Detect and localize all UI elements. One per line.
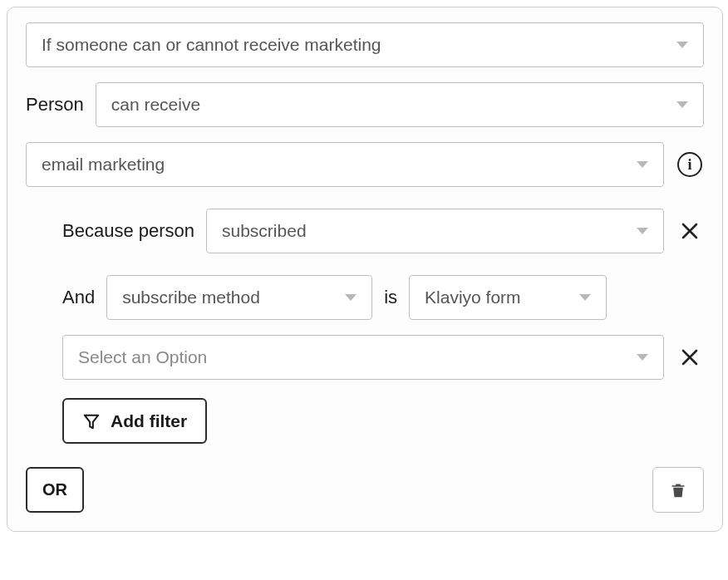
chevron-down-icon [676, 101, 688, 108]
is-label: is [384, 287, 397, 308]
chevron-down-icon [676, 42, 688, 48]
condition-row-because: Because person subscribed [26, 209, 704, 253]
close-icon [680, 221, 700, 241]
channel-select[interactable]: email marketing [26, 142, 664, 187]
add-filter-label: Add filter [111, 411, 187, 431]
chevron-down-icon [345, 294, 357, 301]
remove-because-button[interactable] [676, 217, 704, 245]
reason-select[interactable]: subscribed [206, 209, 664, 253]
condition-row-option: Select an Option [26, 335, 704, 380]
person-label: Person [26, 94, 84, 116]
and-label: And [62, 287, 95, 308]
footer-row: OR [26, 467, 704, 513]
condition-row-person: Person can receive [26, 82, 704, 127]
can-receive-select[interactable]: can receive [96, 82, 704, 127]
value-select[interactable]: Klaviyo form [409, 275, 607, 320]
add-filter-row: Add filter [26, 398, 704, 444]
value-text: Klaviyo form [425, 288, 521, 307]
close-icon [680, 347, 700, 367]
chevron-down-icon [637, 161, 648, 168]
add-filter-button[interactable]: Add filter [62, 398, 207, 444]
info-icon: i [677, 152, 702, 177]
attribute-text: subscribe method [122, 288, 260, 307]
channel-text: email marketing [42, 155, 165, 174]
option-select[interactable]: Select an Option [62, 335, 664, 380]
option-placeholder-text: Select an Option [78, 347, 207, 367]
reason-text: subscribed [222, 221, 307, 241]
condition-type-text: If someone can or cannot receive marketi… [42, 35, 381, 55]
attribute-select[interactable]: subscribe method [106, 275, 372, 320]
condition-row-and: And subscribe method is Klaviyo form [26, 275, 704, 320]
or-label: OR [42, 480, 67, 499]
chevron-down-icon [637, 228, 648, 234]
condition-row-channel: email marketing i [26, 142, 704, 187]
or-button[interactable]: OR [26, 467, 84, 513]
remove-option-button[interactable] [676, 343, 704, 371]
because-label: Because person [62, 220, 194, 242]
condition-row-main: If someone can or cannot receive marketi… [26, 22, 704, 67]
chevron-down-icon [637, 354, 648, 361]
info-button[interactable]: i [676, 150, 704, 179]
delete-button[interactable] [652, 467, 704, 513]
filter-icon [82, 412, 101, 430]
segment-condition-panel: If someone can or cannot receive marketi… [7, 7, 723, 532]
trash-icon [670, 481, 686, 499]
can-receive-text: can receive [111, 95, 200, 115]
chevron-down-icon [579, 294, 591, 301]
condition-type-select[interactable]: If someone can or cannot receive marketi… [26, 22, 704, 67]
